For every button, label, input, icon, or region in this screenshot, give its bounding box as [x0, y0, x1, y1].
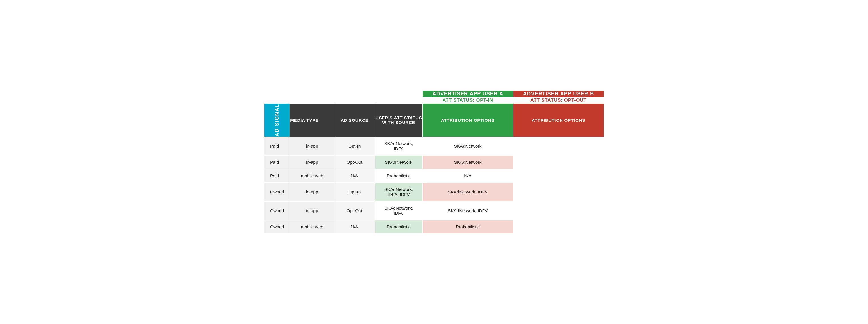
table-row: Paidmobile webN/AProbabilisticN/A — [264, 169, 604, 183]
media-type-cell: Owned — [264, 220, 290, 233]
attr-options-b-cell: SKAdNetwork — [422, 137, 513, 155]
signal-column-header: AD SIGNAL — [264, 103, 290, 137]
ad-source-cell: mobile web — [290, 220, 334, 233]
att-status-cell: Opt-In — [334, 137, 375, 155]
ad-source-cell: in-app — [290, 137, 334, 155]
att-status-cell: Opt-Out — [334, 155, 375, 169]
attr-options-b-cell: SKAdNetwork — [422, 155, 513, 169]
attr-options-a-cell: SKAdNetwork, IDFA, IDFV — [375, 183, 423, 202]
att-blank — [264, 97, 422, 103]
ad-source-cell: mobile web — [290, 169, 334, 183]
attr-options-b-cell: SKAdNetwork, IDFV — [422, 202, 513, 220]
attr-options-a-cell: SKAdNetwork, IDFA — [375, 137, 423, 155]
att-status-b: ATT STATUS: OPT-OUT — [513, 97, 604, 103]
attr-options-b-cell: SKAdNetwork, IDFV — [422, 183, 513, 202]
media-type-cell: Owned — [264, 202, 290, 220]
ad-source-cell: in-app — [290, 202, 334, 220]
attr-options-a-cell: Probabilistic — [375, 220, 423, 233]
media-type-cell: Paid — [264, 155, 290, 169]
att-status-cell: Opt-Out — [334, 202, 375, 220]
table-row: Paidin-appOpt-InSKAdNetwork, IDFASKAdNet… — [264, 137, 604, 155]
att-status-cell: N/A — [334, 169, 375, 183]
attr-options-b-cell: N/A — [422, 169, 513, 183]
ad-source-cell: in-app — [290, 155, 334, 169]
att-status-col-header: USER'S ATT STATUS WITH SOURCE — [375, 103, 423, 137]
attr-options-a-cell: SKAdNetwork, IDFV — [375, 202, 423, 220]
media-type-cell: Paid — [264, 169, 290, 183]
attribution-table: ADVERTISER APP USER A ADVERTISER APP USE… — [264, 90, 604, 234]
header-blank-1 — [264, 91, 422, 97]
media-type-col-header: MEDIA TYPE — [290, 103, 334, 137]
att-status-a: ATT STATUS: OPT-IN — [422, 97, 513, 103]
attr-options-b-cell: Probabilistic — [422, 220, 513, 233]
media-type-cell: Owned — [264, 183, 290, 202]
attr-options-a-cell: Probabilistic — [375, 169, 423, 183]
att-status-row: ATT STATUS: OPT-IN ATT STATUS: OPT-OUT — [264, 97, 604, 103]
table-row: Ownedmobile webN/AProbabilisticProbabili… — [264, 220, 604, 233]
table-row: Ownedin-appOpt-InSKAdNetwork, IDFA, IDFV… — [264, 183, 604, 202]
attr-options-a-cell: SKAdNetwork — [375, 155, 423, 169]
ad-source-cell: in-app — [290, 183, 334, 202]
table-row: Paidin-appOpt-OutSKAdNetworkSKAdNetwork — [264, 155, 604, 169]
table-row: Ownedin-appOpt-OutSKAdNetwork, IDFVSKAdN… — [264, 202, 604, 220]
att-status-cell: N/A — [334, 220, 375, 233]
attr-options-a-col-header: ATTRIBUTION OPTIONS — [422, 103, 513, 137]
ad-source-col-header: AD SOURCE — [334, 103, 375, 137]
attr-options-b-col-header: ATTRIBUTION OPTIONS — [513, 103, 604, 137]
col-header-row: AD SIGNAL MEDIA TYPE AD SOURCE USER'S AT… — [264, 103, 604, 137]
user-a-header: ADVERTISER APP USER A — [422, 91, 513, 97]
att-status-cell: Opt-In — [334, 183, 375, 202]
media-type-cell: Paid — [264, 137, 290, 155]
user-header-row: ADVERTISER APP USER A ADVERTISER APP USE… — [264, 91, 604, 97]
main-table-wrapper: ADVERTISER APP USER A ADVERTISER APP USE… — [264, 90, 604, 234]
user-b-header: ADVERTISER APP USER B — [513, 91, 604, 97]
